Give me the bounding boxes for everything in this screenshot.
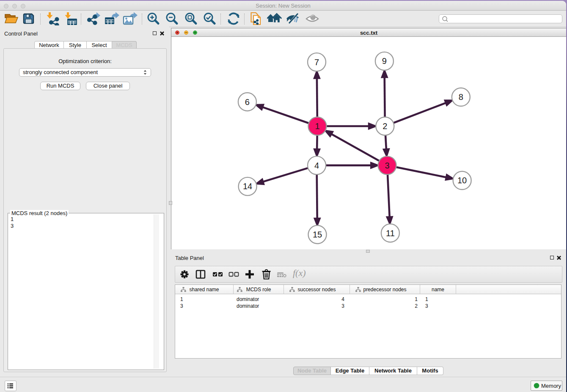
svg-text:14: 14	[243, 182, 252, 191]
svg-text:10: 10	[457, 176, 467, 185]
svg-text:3: 3	[385, 161, 389, 170]
svg-text:4: 4	[314, 161, 319, 170]
svg-text:6: 6	[245, 97, 250, 107]
svg-text:15: 15	[313, 230, 322, 239]
svg-text:7: 7	[314, 58, 319, 67]
svg-text:11: 11	[386, 229, 395, 238]
svg-text:2: 2	[383, 121, 387, 131]
svg-text:1: 1	[315, 121, 319, 131]
svg-text:Memory: Memory	[541, 383, 561, 389]
svg-text:8: 8	[459, 92, 463, 102]
svg-text:9: 9	[382, 56, 387, 66]
